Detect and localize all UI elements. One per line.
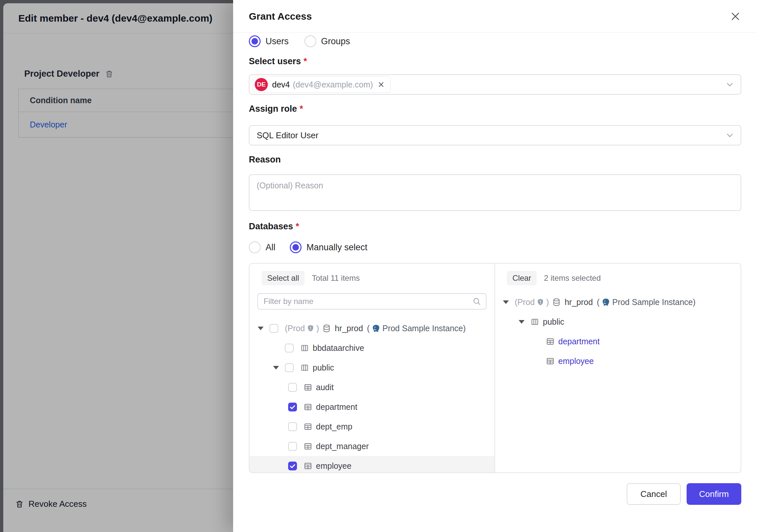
chevron-down-icon xyxy=(725,130,735,140)
confirm-button[interactable]: Confirm xyxy=(686,483,741,505)
radio-manually-label: Manually select xyxy=(307,242,367,253)
checkbox-checked[interactable] xyxy=(288,461,297,470)
radio-all-label: All xyxy=(265,242,275,253)
assign-role-select[interactable]: SQL Editor User xyxy=(249,125,741,145)
required-asterisk: * xyxy=(304,56,307,66)
selected-table-name: employee xyxy=(558,357,593,366)
checkbox[interactable] xyxy=(288,422,297,431)
tree-row-table[interactable]: dept_emp xyxy=(250,417,495,436)
radio-users-control[interactable] xyxy=(249,35,260,47)
table-name: employee xyxy=(316,461,351,471)
collapse-arrow-icon[interactable] xyxy=(273,366,279,369)
selected-table-name: department xyxy=(558,337,599,346)
collapse-arrow-icon[interactable] xyxy=(518,320,525,324)
radio-groups-control[interactable] xyxy=(305,35,316,47)
postgresql-icon xyxy=(601,298,610,307)
avatar: DE xyxy=(255,78,268,91)
table-name: department xyxy=(316,402,357,412)
radio-all-databases[interactable]: All xyxy=(249,241,275,253)
user-chip-name: dev4 xyxy=(272,80,290,89)
schema-icon xyxy=(300,363,309,372)
remove-user-button[interactable] xyxy=(377,80,385,88)
assign-role-value: SQL Editor User xyxy=(257,130,318,141)
radio-manually-select[interactable]: Manually select xyxy=(290,241,367,253)
tree-row-table[interactable]: department xyxy=(495,331,741,351)
table-icon xyxy=(304,422,312,431)
checkbox[interactable] xyxy=(285,344,294,353)
clear-button[interactable]: Clear xyxy=(507,271,537,285)
radio-users[interactable]: Users xyxy=(249,35,289,47)
radio-manually-control[interactable] xyxy=(290,241,302,253)
user-chip: DE dev4 (dev4@example.com) xyxy=(253,76,391,93)
source-tree: (Prod) hr_prod (Prod Sample Instance) bb… xyxy=(250,318,495,472)
databases-label: Databases* xyxy=(249,221,741,232)
table-icon xyxy=(304,383,312,392)
tree-row-table[interactable]: dept_manager xyxy=(250,436,495,456)
tree-row-database[interactable]: (Prod) hr_prod (Prod Sample Instance) xyxy=(250,318,495,338)
table-icon xyxy=(304,461,312,470)
user-chip-email: (dev4@example.com) xyxy=(293,80,373,89)
shield-icon xyxy=(536,298,544,306)
cancel-button[interactable]: Cancel xyxy=(627,483,681,505)
radio-users-label: Users xyxy=(265,36,289,47)
table-name: dept_manager xyxy=(316,442,369,451)
table-name: audit xyxy=(316,383,334,392)
select-users-label: Select users* xyxy=(249,56,741,67)
selected-tree: (Prod) hr_prod (Prod Sample Instance) pu… xyxy=(495,292,741,472)
checkbox[interactable] xyxy=(288,383,297,392)
shield-icon xyxy=(307,324,315,332)
tree-row-schema[interactable]: bbdataarchive xyxy=(250,338,495,358)
table-icon xyxy=(546,357,555,365)
radio-groups[interactable]: Groups xyxy=(305,35,350,47)
table-icon xyxy=(304,442,312,451)
reason-textarea[interactable] xyxy=(249,174,741,211)
search-icon xyxy=(472,297,481,306)
remove-icon xyxy=(377,80,385,88)
schema-icon xyxy=(530,317,539,326)
databases-radio-group: All Manually select xyxy=(249,241,741,253)
select-users-input[interactable]: DE dev4 (dev4@example.com) xyxy=(249,74,741,95)
tree-row-table[interactable]: audit xyxy=(250,377,495,397)
tree-row-table[interactable]: employee xyxy=(495,351,741,371)
select-all-button[interactable]: Select all xyxy=(261,271,305,285)
assign-role-label: Assign role* xyxy=(249,104,741,114)
checkbox-checked[interactable] xyxy=(288,403,297,411)
database-icon xyxy=(322,324,331,333)
postgresql-icon xyxy=(372,324,380,333)
collapse-arrow-icon[interactable] xyxy=(257,327,264,330)
close-icon xyxy=(730,11,741,22)
chevron-down-icon[interactable] xyxy=(725,79,735,89)
modal-title: Grant Access xyxy=(249,11,312,22)
total-items-label: Total 11 items xyxy=(312,273,359,283)
tree-row-schema[interactable]: public xyxy=(250,358,495,377)
selected-count-label: 2 items selected xyxy=(544,273,600,283)
filter-input-wrapper xyxy=(257,293,487,310)
database-name: hr_prod xyxy=(335,324,363,333)
check-icon xyxy=(289,462,296,470)
reason-label: Reason xyxy=(249,155,741,165)
required-asterisk: * xyxy=(300,104,303,114)
tree-row-database[interactable]: (Prod) hr_prod (Prod Sample Instance) xyxy=(495,292,741,312)
scope-radio-group: Users Groups xyxy=(249,35,741,47)
transfer-source-panel: Select all Total 11 items (Prod) hr_prod… xyxy=(250,264,495,472)
schema-name: public xyxy=(543,317,564,327)
table-name: dept_emp xyxy=(316,422,352,431)
tree-row-table[interactable]: department xyxy=(250,397,495,417)
schema-name: public xyxy=(313,363,334,372)
database-name: hr_prod xyxy=(564,297,592,307)
filter-input[interactable] xyxy=(263,297,472,306)
checkbox[interactable] xyxy=(285,363,294,372)
collapse-arrow-icon[interactable] xyxy=(502,300,509,304)
radio-all-control[interactable] xyxy=(249,241,260,253)
close-button[interactable] xyxy=(730,11,741,22)
tree-row-schema[interactable]: public xyxy=(495,312,741,331)
grant-access-modal: Grant Access Users Groups Select users* … xyxy=(233,0,757,532)
checkbox[interactable] xyxy=(288,442,297,451)
table-icon xyxy=(546,337,555,346)
tree-row-table[interactable]: employee xyxy=(250,456,495,472)
transfer-selected-panel: Clear 2 items selected (Prod) hr_prod (P… xyxy=(495,264,741,472)
checkbox[interactable] xyxy=(269,324,278,333)
check-icon xyxy=(289,403,296,411)
schema-name: bbdataarchive xyxy=(313,343,364,353)
database-transfer-panel: Select all Total 11 items (Prod) hr_prod… xyxy=(249,263,741,473)
